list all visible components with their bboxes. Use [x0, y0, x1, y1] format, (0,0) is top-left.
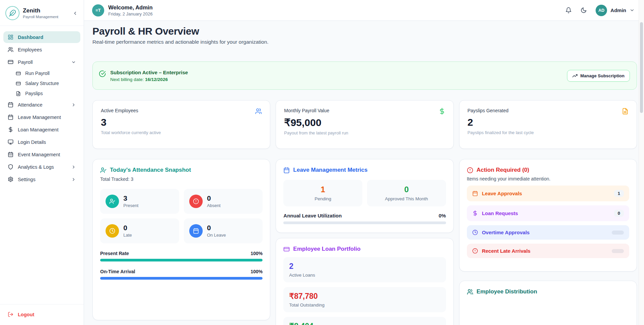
- overtime-approvals-item[interactable]: Overtime Approvals: [467, 225, 629, 240]
- stat-label: Active Employees: [101, 108, 262, 113]
- stat-caption: Total workforce currently active: [101, 130, 262, 135]
- shield-icon: [8, 164, 13, 170]
- chevron-down-icon: [71, 60, 76, 65]
- users-icon: [467, 289, 473, 295]
- recent-late-arrivals-item[interactable]: Recent Late Arrivals: [467, 244, 629, 258]
- on-time-arrival-bar: On-Time Arrival100%: [100, 269, 263, 280]
- manage-subscription-button[interactable]: Manage Subscription: [567, 70, 630, 82]
- calendar-icon: [8, 102, 13, 108]
- calendar-icon: [472, 191, 478, 196]
- loan-requests-item[interactable]: Loan Requests 0: [467, 205, 629, 221]
- page-title: Payroll & HR Overview: [92, 26, 637, 37]
- chevron-down-icon: [630, 8, 635, 13]
- user-name: Admin: [610, 7, 626, 13]
- sidebar-item-employees[interactable]: Employees: [3, 44, 80, 55]
- sidebar-footer: Logout: [0, 304, 84, 325]
- sidebar-item-loan-management[interactable]: Loan Management: [3, 124, 80, 135]
- empty-badge: [612, 231, 624, 235]
- sidebar-item-label: Run Payroll: [25, 71, 49, 76]
- stat-caption: Payout from the latest payroll run: [284, 130, 445, 135]
- sidebar-item-label: Event Management: [18, 152, 60, 157]
- card-subtitle: Items needing your immediate attention.: [467, 176, 629, 181]
- logout-label: Logout: [18, 312, 34, 317]
- subscription-banner: Subscription Active – Enterprise Next bi…: [92, 62, 637, 90]
- sidebar-item-salary-structure[interactable]: Salary Structure: [11, 79, 80, 88]
- sidebar-item-run-payroll[interactable]: Run Payroll: [11, 69, 80, 78]
- chevron-right-icon: [71, 165, 76, 169]
- check-circle-icon: [99, 70, 106, 77]
- attendance-tile-late: 0Late: [100, 218, 179, 243]
- sidebar-item-attendance[interactable]: Attendance: [3, 99, 80, 111]
- total-tracked: Total Tracked: 3: [100, 176, 263, 182]
- alert-circle-icon: [189, 195, 203, 208]
- dollar-icon: [8, 127, 13, 132]
- gear-icon: [8, 176, 13, 182]
- calendar-icon: [283, 167, 290, 173]
- stat-card-active-employees: Active Employees 3 Total workforce curre…: [92, 100, 270, 149]
- avatar: AD: [596, 5, 607, 16]
- sidebar-item-label: Salary Structure: [25, 81, 59, 86]
- card-title: Employee Distribution: [477, 288, 537, 295]
- present-rate-bar: Present Rate100%: [100, 251, 263, 261]
- moon-icon[interactable]: [580, 7, 587, 13]
- subscription-status: Subscription Active – Enterprise: [110, 70, 188, 75]
- credit-card-icon: [16, 81, 21, 86]
- sidebar-item-payroll[interactable]: Payroll: [3, 56, 80, 68]
- alert-circle-icon: [467, 167, 473, 173]
- employee-distribution-card: Employee Distribution: [459, 281, 637, 325]
- brand-subtitle: Payroll Management: [23, 15, 68, 19]
- app-root: Zenith Payroll Management Dashboard Empl…: [0, 0, 644, 325]
- scrollbar-thumb[interactable]: [640, 22, 643, 113]
- card-title: Action Required (0): [477, 167, 529, 173]
- count-badge: 0: [614, 210, 624, 217]
- leave-approvals-item[interactable]: Leave Approvals 1: [467, 186, 629, 201]
- current-date: Friday, 2 January 2026: [108, 11, 153, 16]
- widgets-row: Today's Attendance Snapshot Total Tracke…: [92, 159, 637, 325]
- stat-value: ₹95,000: [284, 117, 445, 128]
- attendance-tile-on-leave: 0On Leave: [184, 218, 263, 243]
- logout-button[interactable]: Logout: [3, 309, 80, 320]
- sidebar-item-label: Settings: [18, 177, 35, 182]
- users-icon: [255, 108, 262, 115]
- sidebar-item-label: Payroll: [18, 59, 33, 65]
- sidebar-collapse-button[interactable]: [71, 9, 79, 17]
- sidebar-item-event-management[interactable]: Event Management: [3, 149, 80, 160]
- chevron-left-icon: [73, 11, 78, 16]
- stat-value: 2: [468, 117, 629, 128]
- card-title: Today's Attendance Snapshot: [110, 167, 191, 173]
- chevron-right-icon: [71, 177, 76, 182]
- sidebar-item-leave-management[interactable]: Leave Management: [3, 111, 80, 123]
- plan-name: Enterprise: [163, 70, 188, 75]
- sidebar-item-analytics-logs[interactable]: Analytics & Logs: [3, 161, 80, 173]
- chevron-right-icon: [71, 103, 76, 107]
- stat-card-payslips-generated: Payslips Generated 2 Payslips finalized …: [459, 100, 637, 149]
- vertical-scrollbar[interactable]: [639, 0, 644, 325]
- stat-label: Payslips Generated: [468, 108, 629, 113]
- sidebar-item-label: Loan Management: [18, 127, 58, 132]
- count-badge: 1: [614, 190, 624, 197]
- sidebar-item-dashboard[interactable]: Dashboard: [3, 31, 80, 43]
- calendar-icon: [189, 224, 203, 238]
- annual-leave-utilization-bar: Annual Leave Utilization0%: [283, 213, 446, 224]
- bell-icon[interactable]: [565, 7, 572, 13]
- dashboard-content: Payroll & HR Overview Real-time performa…: [84, 21, 644, 325]
- sidebar-item-label: Payslips: [25, 91, 43, 96]
- sidebar-item-label: Dashboard: [18, 35, 43, 40]
- leave-approved-tile: 0 Approved This Month: [367, 180, 446, 206]
- calendar-icon: [8, 114, 13, 120]
- total-outstanding-tile: ₹87,780 Total Outstanding: [283, 287, 446, 312]
- zenith-feather-logo-icon: [5, 6, 19, 20]
- clock-icon: [106, 224, 119, 238]
- file-text-icon: [16, 91, 21, 96]
- attendance-tile-present: 3Present: [100, 189, 179, 214]
- sidebar-item-login-details[interactable]: Login Details: [3, 136, 80, 148]
- brand-header: Zenith Payroll Management: [0, 0, 84, 26]
- sidebar-item-label: Analytics & Logs: [18, 164, 54, 170]
- stat-card-monthly-payroll: Monthly Payroll Value ₹95,000 Payout fro…: [276, 100, 453, 149]
- dollar-icon: [472, 210, 478, 216]
- sidebar-item-settings[interactable]: Settings: [3, 173, 80, 185]
- credit-card-icon: [16, 71, 21, 76]
- credit-card-icon: [8, 59, 13, 65]
- user-menu[interactable]: AD Admin: [596, 5, 635, 16]
- sidebar-item-payslips[interactable]: Payslips: [11, 89, 80, 98]
